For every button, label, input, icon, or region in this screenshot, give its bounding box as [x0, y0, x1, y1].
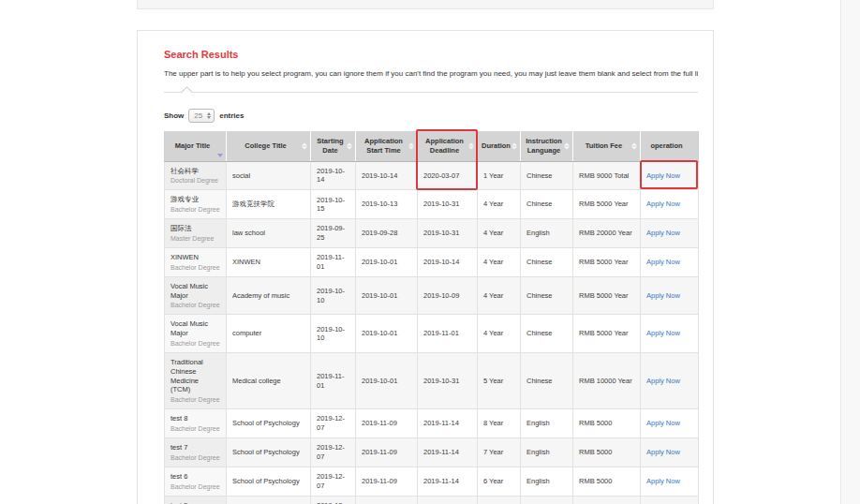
column-header-application-start-time[interactable]: ApplicationStart Time: [356, 131, 418, 161]
table-row: Vocal Music MajorBachelor DegreeAcademy …: [165, 276, 699, 315]
cell-instruction-language: Chinese: [521, 315, 573, 353]
apply-now-link[interactable]: Apply Now: [646, 229, 680, 237]
column-header-application-deadline[interactable]: ApplicationDeadline: [418, 131, 478, 161]
column-label: Duration: [480, 141, 512, 151]
page: Search Results The upper part is to help…: [0, 0, 860, 504]
degree-label: Bachelor Degree: [171, 205, 220, 214]
cell-tuition-fee: RMB 20000 Year: [573, 219, 641, 248]
cell-college-title: social: [227, 161, 311, 190]
cell-application-start-time: 2019-11-09: [356, 467, 418, 496]
cell-application-start-time: 2019-10-01: [356, 276, 418, 315]
cell-instruction-language: English: [521, 219, 573, 248]
cell-application-start-time: 2019-10-01: [356, 353, 418, 409]
table-row: Traditional Chinese Medicine (TCM)Bachel…: [165, 353, 699, 409]
cell-duration: 7 Year: [478, 438, 521, 467]
apply-now-link[interactable]: Apply Now: [646, 448, 680, 456]
cell-duration: 4 Year: [478, 315, 521, 353]
degree-label: Bachelor Degree: [171, 395, 220, 404]
apply-now-link[interactable]: Apply Now: [646, 171, 680, 180]
column-header-duration[interactable]: Duration: [478, 131, 521, 161]
column-header-instruction-language[interactable]: InstructionLanguage: [521, 131, 573, 161]
column-label: Tuition Fee: [575, 141, 632, 151]
apply-now-link[interactable]: Apply Now: [646, 477, 680, 485]
cell-major-title: 社会科学Doctoral Degree: [165, 161, 227, 190]
cell-application-deadline: 2019-10-31: [418, 353, 478, 409]
sort-both-icon: [564, 142, 570, 149]
cell-instruction-language: Chinese: [521, 496, 573, 504]
cell-application-deadline: 2019-10-14: [418, 248, 478, 277]
cell-college-title: XINWEN: [227, 248, 311, 277]
cell-starting-date: 2019-10-15: [311, 190, 356, 219]
cell-tuition-fee: RMB 9000 Total: [573, 161, 641, 190]
apply-now-link[interactable]: Apply Now: [646, 291, 680, 300]
apply-now-link[interactable]: Apply Now: [646, 377, 680, 385]
cell-application-deadline: 2020-03-07: [418, 161, 478, 190]
results-description: The upper part is to help you select pro…: [164, 69, 698, 78]
apply-now-link[interactable]: Apply Now: [646, 200, 680, 208]
degree-label: Master Degree: [171, 234, 220, 243]
cell-starting-date: 2019-11-01: [311, 248, 356, 277]
degree-label: Doctoral Degree: [171, 176, 220, 185]
results-table-body: 社会科学Doctoral Degreesocial2019-10-142019-…: [165, 161, 699, 504]
cell-operation: Apply Now: [641, 248, 699, 277]
cell-instruction-language: Chinese: [521, 190, 573, 219]
cell-major-title: Vocal Music MajorBachelor Degree: [165, 276, 227, 315]
cell-duration: 4 Year: [478, 190, 521, 219]
cell-college-title: Academy of music: [227, 276, 311, 315]
table-row: Vocal Music MajorBachelor Degreecomputer…: [165, 315, 699, 353]
apply-now-link[interactable]: Apply Now: [646, 329, 680, 337]
cell-college-title: 游戏竞技学院: [227, 190, 311, 219]
cell-starting-date: 2019-12-07: [311, 438, 356, 467]
column-header-starting-date[interactable]: StartingDate: [311, 131, 356, 161]
cell-college-title: School of Psychology: [227, 496, 311, 504]
cell-application-deadline: 2019-11-01: [418, 315, 478, 353]
cell-operation: Apply Now: [641, 438, 699, 467]
cell-duration: 8 Year: [478, 409, 521, 438]
cell-operation: Apply Now: [641, 467, 699, 496]
page-length-value: 25: [194, 111, 202, 120]
collapse-caret-icon: [181, 86, 193, 98]
entries-label: entries: [219, 111, 244, 120]
cell-tuition-fee: RMB 10000 Year: [573, 353, 641, 409]
cell-major-title: Traditional Chinese Medicine (TCM)Bachel…: [165, 353, 227, 409]
cell-major-title: Vocal Music MajorBachelor Degree: [165, 315, 227, 353]
sort-both-icon: [347, 142, 352, 149]
cell-starting-date: 2019-09-25: [311, 219, 356, 248]
sort-both-icon: [302, 142, 307, 149]
results-table: Major TitleCollege TitleStartingDateAppl…: [164, 131, 699, 504]
column-label: Major Title: [167, 141, 218, 151]
column-label: College Title: [229, 141, 303, 151]
sort-desc-icon: [217, 154, 223, 157]
apply-now-link[interactable]: Apply Now: [646, 419, 680, 427]
table-row: 社会科学Doctoral Degreesocial2019-10-142019-…: [165, 161, 699, 190]
cell-tuition-fee: RMB 5000: [573, 467, 641, 496]
cell-instruction-language: English: [521, 438, 573, 467]
cell-instruction-language: Chinese: [521, 353, 573, 409]
column-header-college-title[interactable]: College Title: [227, 131, 311, 161]
cell-instruction-language: Chinese: [521, 248, 573, 277]
cell-instruction-language: Chinese: [521, 161, 573, 190]
cell-major-title: 国际法Master Degree: [165, 219, 227, 248]
cell-major-title: test 7Bachelor Degree: [165, 438, 227, 467]
cell-application-start-time: 2019-11-09: [356, 409, 418, 438]
page-length-select[interactable]: 25: [188, 109, 215, 123]
table-row: test 8Bachelor DegreeSchool of Psycholog…: [165, 409, 699, 438]
cell-college-title: law school: [227, 219, 311, 248]
column-label: ApplicationStart Time: [358, 137, 409, 156]
cell-operation: Apply Now: [641, 496, 699, 504]
sort-both-icon: [512, 142, 517, 149]
cell-tuition-fee: RMB 5000: [573, 409, 641, 438]
column-header-tuition-fee[interactable]: Tuition Fee: [573, 131, 641, 161]
cell-college-title: Medical college: [227, 353, 311, 409]
cell-operation: Apply Now: [641, 315, 699, 353]
cell-duration: 1 Year: [478, 161, 521, 190]
cell-college-title: School of Psychology: [227, 438, 311, 467]
column-header-major-title[interactable]: Major Title: [165, 131, 227, 161]
cell-operation: Apply Now: [641, 161, 699, 190]
cell-college-title: School of Psychology: [227, 467, 311, 496]
apply-now-link[interactable]: Apply Now: [646, 258, 680, 266]
cell-college-title: computer: [227, 315, 311, 353]
cell-application-deadline: 2019-11-14: [418, 409, 478, 438]
table-row: 游戏专业Bachelor Degree游戏竞技学院2019-10-152019-…: [165, 190, 699, 219]
cell-application-start-time: 2019-11-09: [356, 438, 418, 467]
